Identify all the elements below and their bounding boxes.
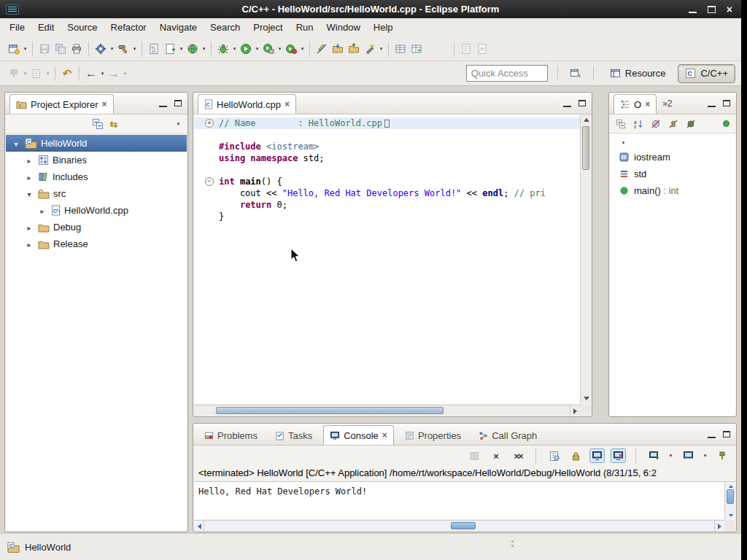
hide-fields-icon[interactable] (651, 119, 661, 129)
editor-content[interactable]: // Name : HelloWorld.cpp #include <iostr… (194, 114, 580, 404)
remove-launch-icon[interactable]: × (488, 446, 504, 465)
print-icon[interactable] (69, 39, 85, 58)
maximize-view-icon[interactable] (723, 100, 730, 106)
new-wizard-icon[interactable] (6, 39, 22, 58)
menu-edit[interactable]: Edit (31, 18, 61, 37)
green-globe-icon[interactable] (185, 39, 201, 58)
scroll-up-icon[interactable] (581, 114, 592, 125)
hammer-dropdown-icon[interactable] (131, 46, 138, 52)
menu-help[interactable]: Help (367, 18, 400, 37)
maximize-view-icon[interactable] (723, 431, 730, 438)
wand-icon[interactable] (362, 39, 378, 58)
statusbar-grip[interactable] (511, 540, 514, 551)
tree-item-includes[interactable]: Includes (6, 168, 187, 185)
minimize-window-icon[interactable] (689, 6, 697, 13)
blue-gear-icon[interactable] (93, 39, 109, 58)
maximize-window-icon[interactable] (708, 6, 716, 13)
tree-item-binaries[interactable]: Binaries (6, 152, 187, 168)
tree-item-release[interactable]: Release (6, 236, 187, 252)
pin-editor-dropdown-icon[interactable] (22, 71, 28, 77)
run-icon[interactable] (238, 39, 254, 58)
new-wizard-dropdown-icon[interactable] (22, 46, 28, 52)
code-line[interactable]: } (194, 211, 580, 222)
code-line[interactable]: // Name : HelloWorld.cpp (194, 117, 580, 129)
fold-expand-icon[interactable] (205, 119, 214, 128)
profile-dropdown-icon[interactable] (299, 46, 306, 52)
terminate-icon[interactable] (466, 446, 482, 465)
back-dropdown-icon[interactable] (99, 71, 106, 77)
close-icon[interactable]: × (382, 431, 387, 440)
fold-collapse-icon[interactable] (205, 177, 214, 186)
menu-search[interactable]: Search (204, 18, 247, 37)
forward-arrow-icon[interactable]: → (106, 64, 122, 83)
scroll-down-icon[interactable] (725, 512, 736, 519)
chevron-down-icon[interactable] (620, 140, 627, 146)
show-console-stdout-icon[interactable] (589, 448, 605, 463)
green-dot-icon[interactable] (723, 120, 729, 127)
code-line[interactable] (194, 164, 580, 176)
code-line[interactable]: return 0; (194, 199, 580, 211)
undo-curved-arrow-icon[interactable]: ↶ (59, 64, 75, 83)
maximize-view-icon[interactable] (578, 100, 586, 106)
hammer-icon[interactable] (115, 39, 131, 58)
tree-item-helloworld-cpp[interactable]: C HelloWorld.cpp (6, 202, 187, 219)
collapse-all-icon[interactable] (90, 114, 106, 133)
back-arrow-icon[interactable]: ← (83, 64, 99, 83)
binary-file-icon[interactable]: 0110 (146, 39, 162, 58)
new-file-icon[interactable] (162, 39, 178, 58)
tab-problems[interactable]: Problems (198, 425, 264, 445)
menu-window[interactable]: Window (320, 18, 367, 37)
link-with-editor-icon[interactable]: ⇆ (106, 114, 122, 133)
hide-non-public-icon[interactable] (686, 119, 696, 129)
outline-item-main[interactable]: main() : int (610, 182, 735, 199)
tab-properties[interactable]: Properties (398, 425, 468, 445)
pencil-slash-icon[interactable] (314, 39, 330, 58)
minimize-view-icon[interactable] (159, 100, 167, 107)
menu-run[interactable]: Run (290, 18, 320, 37)
console-vertical-scrollbar[interactable] (724, 482, 735, 519)
bug-icon[interactable] (215, 39, 231, 58)
open-console-icon[interactable] (646, 446, 662, 465)
scroll-right-icon[interactable] (570, 405, 580, 416)
bug-dropdown-icon[interactable] (231, 46, 238, 52)
scrollbar-thumb[interactable] (216, 407, 444, 414)
tree-item-debug[interactable]: Debug (6, 219, 187, 236)
wand-dropdown-icon[interactable] (378, 46, 384, 52)
code-line[interactable]: using namespace std; (194, 152, 580, 164)
tab-console[interactable]: Console × (323, 425, 394, 445)
display-console-dropdown-icon[interactable] (702, 453, 708, 459)
scroll-up-icon[interactable] (725, 482, 736, 489)
hide-static-icon[interactable]: S (668, 119, 678, 129)
tab-tasks[interactable]: Tasks (268, 425, 319, 445)
scroll-left-icon[interactable] (194, 521, 204, 532)
remove-all-launches-icon[interactable]: ×× (510, 446, 526, 465)
sort-az-icon[interactable]: az (633, 119, 643, 129)
tab-call-graph[interactable]: Call Graph (472, 425, 543, 445)
code-line[interactable]: int main() { (194, 176, 580, 187)
menu-navigate[interactable]: Navigate (153, 18, 204, 37)
new-file-dropdown-icon[interactable] (178, 46, 185, 52)
menu-project[interactable]: Project (247, 18, 289, 37)
outline-item-std[interactable]: std (610, 166, 735, 182)
tree-item-project[interactable]: C HelloWorld (6, 135, 187, 152)
window-menu-icon[interactable] (6, 4, 19, 15)
show-console-stderr-icon[interactable] (611, 448, 626, 463)
chevron-right-icon[interactable] (25, 222, 34, 233)
scroll-right-icon[interactable] (714, 521, 724, 532)
scrollbar-thumb[interactable] (727, 489, 734, 504)
collapse-all-icon[interactable] (616, 119, 626, 129)
blue-gear-dropdown-icon[interactable] (109, 46, 115, 52)
pin-console-icon[interactable] (714, 446, 730, 465)
tab-helloworld-cpp[interactable]: C HelloWorld.cpp × (198, 94, 296, 114)
minimize-view-icon[interactable] (708, 100, 716, 107)
run-dropdown-icon[interactable] (254, 46, 260, 52)
gray-doc-dropdown-icon[interactable] (44, 71, 51, 77)
folder-in-icon[interactable] (330, 39, 346, 58)
clear-console-icon[interactable] (546, 446, 562, 465)
code-line[interactable]: #include <iostream> (194, 141, 580, 152)
table-icon[interactable] (392, 39, 409, 58)
open-console-dropdown-icon[interactable] (667, 453, 674, 459)
tab-project-explorer[interactable]: Project Explorer × (9, 94, 114, 114)
outline-item-iostream[interactable]: iostream (610, 149, 735, 166)
code-line[interactable] (194, 129, 580, 141)
